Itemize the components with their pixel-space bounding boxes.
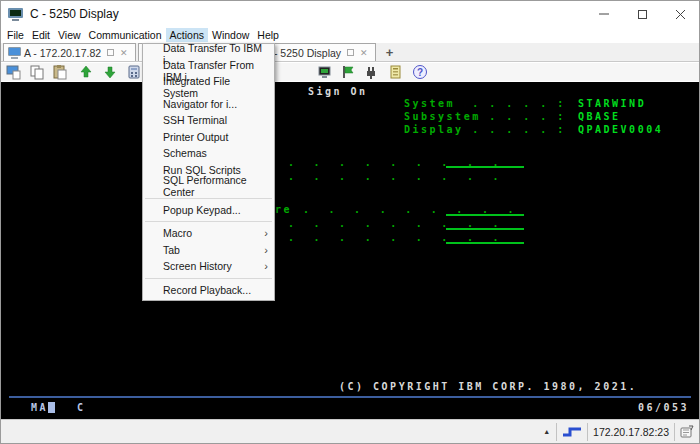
record-macro-icon[interactable] [340, 64, 357, 80]
menu-item-macro[interactable]: Macro› [143, 225, 274, 242]
menu-item-ssh-terminal[interactable]: SSH Terminal [143, 112, 274, 129]
keyboard-map-icon [680, 425, 694, 438]
menu-item-schemas[interactable]: Schemas [143, 145, 274, 162]
paste-icon[interactable] [52, 64, 69, 80]
menu-view[interactable]: View [54, 28, 85, 42]
status-expand-icon[interactable]: ▲ [537, 428, 556, 435]
tab-restore-icon[interactable] [107, 49, 114, 56]
oia-separator [9, 396, 691, 398]
close-button[interactable] [661, 1, 699, 27]
toolbar: ? [1, 63, 699, 81]
menu-item-record-playback[interactable]: Record Playback... [143, 282, 274, 299]
subsystem-label: Subsystem . . . . : [404, 111, 566, 122]
tab-close-icon[interactable]: ✕ [357, 48, 371, 58]
connection-icon[interactable] [363, 64, 380, 80]
display-label: Display . . . . . : [404, 124, 566, 135]
tab-session-a[interactable]: A - 172.20.17.82 ✕ [3, 43, 136, 61]
menu-file[interactable]: File [3, 28, 28, 42]
user-input-field[interactable] [446, 166, 524, 168]
calculator-icon[interactable] [126, 64, 143, 80]
tab-close-icon[interactable]: ✕ [117, 48, 131, 58]
data-transfer-download-icon[interactable] [102, 64, 119, 80]
minimize-button[interactable] [585, 1, 623, 27]
maximize-button[interactable] [623, 1, 661, 27]
menu-item-popup-keypad[interactable]: Popup Keypad... [143, 202, 274, 219]
tab-bar: A - 172.20.17.82 ✕ C - 5250 Display ✕ + [1, 43, 699, 62]
new-tab-button[interactable]: + [382, 45, 398, 60]
menu-help[interactable]: Help [253, 28, 283, 42]
status-bar: ▲ 172.20.17.82:23 [1, 419, 699, 443]
actions-dropdown-menu: Data Transfer To IBM i... Data Transfer … [142, 43, 275, 301]
procedure-input-field[interactable] [446, 214, 524, 216]
menu-input-field[interactable] [446, 228, 524, 230]
menu-item-integrated-file-system[interactable]: Integrated File System [143, 79, 274, 96]
address-cell: 172.20.17.82:23 [587, 423, 674, 441]
app-window: C - 5250 Display File Edit View Communic… [0, 0, 700, 444]
copy-icon[interactable] [29, 64, 46, 80]
cursor-position-indicator: 06/053 [638, 402, 689, 413]
data-transfer-upload-icon[interactable] [78, 64, 95, 80]
menu-edit[interactable]: Edit [28, 28, 54, 42]
oia-system-indicator: C [77, 402, 86, 413]
copyright-line: (C) COPYRIGHT IBM CORP. 1980, 2021. [339, 381, 637, 392]
tab-restore-icon[interactable] [347, 49, 354, 56]
oia-cursor-block [48, 402, 55, 413]
system-value: STARWIND [578, 98, 646, 109]
menu-item-sql-performance-center[interactable]: SQL Performance Center [143, 178, 274, 195]
menu-separator [145, 278, 272, 279]
title-bar: C - 5250 Display [1, 1, 699, 27]
display-value: QPADEV0004 [578, 124, 663, 135]
host-address: 172.20.17.82:23 [593, 426, 669, 438]
signon-title: Sign On [308, 86, 368, 97]
connected-lightning-icon [562, 426, 582, 438]
menu-communication[interactable]: Communication [85, 28, 166, 42]
system-label: System . . . . . : [404, 98, 566, 109]
submenu-arrow-icon: › [264, 227, 268, 239]
procedure-label-fragment: re [275, 204, 292, 215]
maximize-icon [638, 10, 647, 19]
keyboard-status-cell[interactable] [674, 423, 699, 441]
submenu-arrow-icon: › [264, 244, 268, 256]
password-field-dots: . . . . . . . . . [288, 171, 501, 182]
library-input-field[interactable] [446, 242, 524, 244]
window-title: C - 5250 Display [30, 7, 119, 21]
tab-session-a-label: A - 172.20.17.82 [21, 47, 104, 59]
close-icon [676, 10, 685, 19]
screen-copy-icon[interactable] [6, 64, 23, 80]
subsystem-value: QBASE [578, 111, 621, 122]
menu-item-screen-history[interactable]: Screen History› [143, 258, 274, 275]
menu-actions[interactable]: Actions [166, 28, 208, 42]
help-icon[interactable]: ? [413, 65, 427, 79]
menu-bar: File Edit View Communication Actions Win… [1, 27, 699, 43]
oia-shift-indicator: MA [31, 402, 48, 413]
menu-item-tab[interactable]: Tab› [143, 242, 274, 259]
menu-window[interactable]: Window [208, 28, 253, 42]
submenu-arrow-icon: › [264, 260, 268, 272]
menu-separator [145, 221, 272, 222]
app-icon [8, 8, 24, 21]
minimize-icon [599, 9, 609, 19]
popup-keypad-icon[interactable] [388, 64, 405, 80]
display-session-icon[interactable] [317, 64, 334, 80]
terminal-screen[interactable]: Sign On System . . . . . : STARWIND Subs… [1, 82, 699, 420]
connection-status-cell [556, 423, 587, 441]
menu-item-printer-output[interactable]: Printer Output [143, 129, 274, 146]
session-monitor-icon [8, 47, 21, 59]
